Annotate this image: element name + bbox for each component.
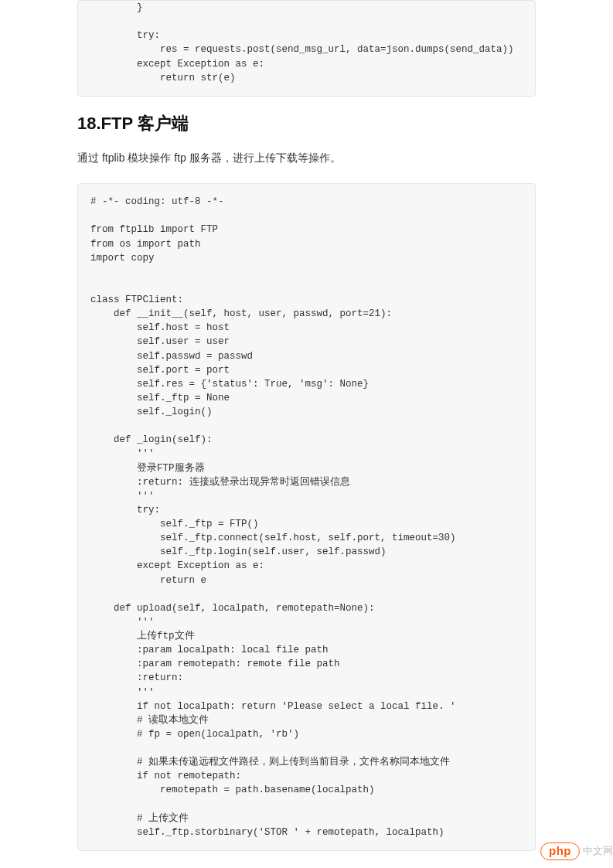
code-block-1: } try: res = requests.post(send_msg_url,…	[77, 0, 536, 97]
code-block-2: # -*- coding: utf-8 -*- from ftplib impo…	[77, 183, 536, 851]
section-heading: 18.FTP 客户端	[77, 112, 536, 135]
footer-site-text: 中文网	[583, 844, 613, 858]
php-badge: php	[540, 842, 580, 861]
footer-logo: php 中文网	[540, 842, 613, 861]
section-description: 通过 ftplib 模块操作 ftp 服务器，进行上传下载等操作。	[77, 149, 536, 166]
